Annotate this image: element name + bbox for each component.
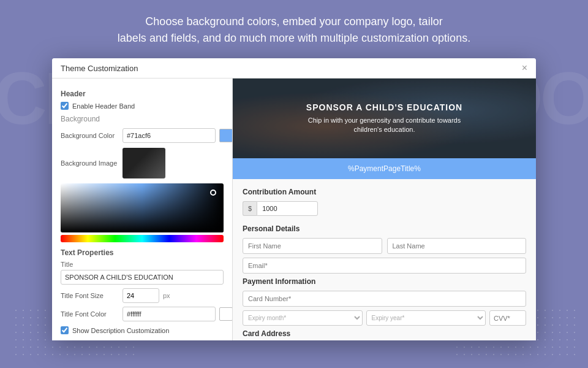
preview-header-title: SPONSOR A CHILD'S EDUCATION xyxy=(306,102,462,112)
payment-info-label: Payment Information xyxy=(243,277,526,286)
title-font-size-unit: px xyxy=(163,292,170,299)
title-font-color-input[interactable] xyxy=(123,307,216,321)
header-section-label: Header xyxy=(61,90,224,98)
enable-header-checkbox[interactable] xyxy=(61,102,69,110)
bg-color-field-label: Background Color xyxy=(61,132,119,139)
amount-input[interactable] xyxy=(257,201,318,216)
right-panel: SPONSOR A CHILD'S EDUCATION Chip in with… xyxy=(233,79,536,340)
color-gradient-box[interactable] xyxy=(61,183,224,232)
expiry-year-select[interactable]: Expiry year* xyxy=(366,310,486,326)
bg-image-box[interactable] xyxy=(123,148,165,178)
amount-row: $ xyxy=(243,201,526,216)
heading-line2: labels and fields, and do much more with… xyxy=(49,30,539,47)
title-font-color-row: Title Font Color xyxy=(61,307,224,321)
last-name-input[interactable] xyxy=(387,238,527,254)
top-heading: Choose background colors, embed your com… xyxy=(0,0,588,58)
card-address-label: Card Address xyxy=(243,329,526,338)
bg-image-field-label: Background Image xyxy=(61,159,119,167)
color-hue-bar[interactable] xyxy=(61,235,224,242)
color-picker-area xyxy=(61,183,224,242)
show-desc-row: Show Description Customization xyxy=(61,326,224,334)
title-font-size-input[interactable] xyxy=(123,288,159,303)
modal-body: Header Enable Header Band Background Bac… xyxy=(52,79,536,340)
title-font-color-swatch[interactable] xyxy=(219,307,233,321)
payment-page-title-tag: %PaymentPageTitle% xyxy=(348,164,421,173)
left-panel: Header Enable Header Band Background Bac… xyxy=(52,79,233,340)
expiry-month-select[interactable]: Expiry month* xyxy=(243,310,363,326)
theme-customization-modal: Theme Customization × Header Enable Head… xyxy=(52,58,536,340)
first-name-input[interactable] xyxy=(243,238,382,254)
amount-prefix: $ xyxy=(243,201,257,216)
title-field-label: Title xyxy=(61,261,224,268)
card-number-input[interactable] xyxy=(243,291,526,307)
title-input[interactable] xyxy=(61,270,224,285)
enable-header-row: Enable Header Band xyxy=(61,102,224,110)
bg-color-row: Background Color xyxy=(61,128,224,143)
preview-form-content: Contribution Amount $ Personal Details P… xyxy=(233,179,536,340)
personal-details-label: Personal Details xyxy=(243,224,526,233)
enable-header-label: Enable Header Band xyxy=(72,102,135,110)
payment-expiry-row: Expiry month* Expiry year* xyxy=(243,310,526,326)
description-field-label: Description xyxy=(61,339,224,340)
bg-image-row: Background Image xyxy=(61,148,224,178)
name-row xyxy=(243,238,526,254)
show-desc-label: Show Description Customization xyxy=(72,327,169,334)
bg-color-swatch[interactable] xyxy=(219,129,233,142)
title-font-size-row: Title Font Size px xyxy=(61,288,224,303)
modal-title: Theme Customization xyxy=(61,64,138,73)
cvv-input[interactable] xyxy=(489,310,526,326)
modal-titlebar: Theme Customization × xyxy=(52,58,536,79)
title-font-size-label: Title Font Size xyxy=(61,292,119,299)
bg-color-input[interactable] xyxy=(123,128,216,143)
preview-header-subtitle: Chip in with your generosity and contrib… xyxy=(299,116,470,135)
preview-header: SPONSOR A CHILD'S EDUCATION Chip in with… xyxy=(233,79,536,158)
show-desc-checkbox[interactable] xyxy=(61,326,69,334)
heading-line1: Choose background colors, embed your com… xyxy=(49,13,539,30)
modal-close-button[interactable]: × xyxy=(522,63,527,73)
contribution-amount-label: Contribution Amount xyxy=(243,188,526,196)
text-properties-label: Text Properties xyxy=(61,248,224,257)
title-font-color-label: Title Font Color xyxy=(61,310,119,318)
email-input[interactable] xyxy=(243,258,526,274)
background-label: Background xyxy=(61,115,224,123)
preview-blue-bar: %PaymentPageTitle% xyxy=(233,158,536,179)
color-gradient-cursor xyxy=(210,190,216,196)
